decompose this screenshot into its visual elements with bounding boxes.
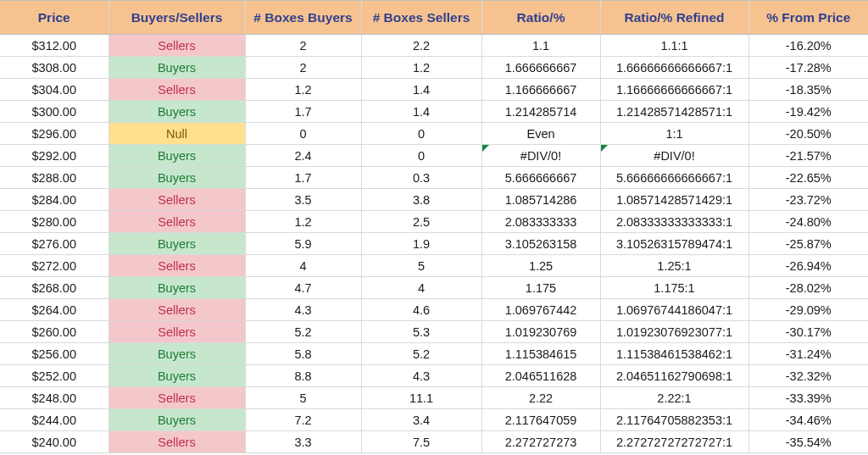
cell-price[interactable]: $304.00 — [0, 79, 108, 101]
cell-pct-from-price[interactable]: -19.42% — [748, 101, 868, 123]
cell-pct-from-price[interactable]: -24.80% — [748, 211, 868, 233]
cell-ratio-refined[interactable]: 1:1 — [600, 123, 748, 145]
cell-ratio[interactable]: 1.666666667 — [481, 57, 600, 79]
cell-pct-from-price[interactable]: -26.94% — [748, 255, 868, 277]
cell-boxes-buyers[interactable]: 1.7 — [245, 167, 361, 189]
cell-ratio-refined[interactable]: 1.1:1 — [600, 35, 748, 57]
cell-ratio-refined[interactable]: 1.21428571428571:1 — [600, 101, 748, 123]
cell-boxes-sellers[interactable]: 1.4 — [361, 101, 481, 123]
cell-price[interactable]: $300.00 — [0, 101, 108, 123]
cell-ratio[interactable]: 1.214285714 — [481, 101, 600, 123]
cell-ratio[interactable]: 1.085714286 — [481, 189, 600, 211]
cell-ratio[interactable]: 1.1 — [481, 35, 600, 57]
cell-boxes-buyers[interactable]: 5.2 — [245, 321, 361, 343]
cell-pct-from-price[interactable]: -29.09% — [748, 299, 868, 321]
cell-pct-from-price[interactable]: -31.24% — [748, 343, 868, 365]
cell-buyers-sellers[interactable]: Buyers — [108, 233, 245, 255]
cell-ratio-refined[interactable]: #DIV/0! — [600, 145, 748, 167]
cell-ratio[interactable]: 1.115384615 — [481, 343, 600, 365]
col-pct-from-price[interactable]: % From Price — [748, 1, 868, 35]
cell-boxes-sellers[interactable]: 5.3 — [361, 321, 481, 343]
cell-boxes-sellers[interactable]: 4 — [361, 277, 481, 299]
cell-ratio[interactable]: 1.175 — [481, 277, 600, 299]
cell-price[interactable]: $248.00 — [0, 387, 108, 409]
cell-buyers-sellers[interactable]: Sellers — [108, 255, 245, 277]
cell-price[interactable]: $256.00 — [0, 343, 108, 365]
cell-ratio-refined[interactable]: 2.22:1 — [600, 387, 748, 409]
cell-ratio-refined[interactable]: 2.27272727272727:1 — [600, 431, 748, 453]
cell-buyers-sellers[interactable]: Buyers — [108, 365, 245, 387]
cell-price[interactable]: $284.00 — [0, 189, 108, 211]
cell-boxes-buyers[interactable]: 5.8 — [245, 343, 361, 365]
cell-price[interactable]: $244.00 — [0, 409, 108, 431]
cell-boxes-sellers[interactable]: 0 — [361, 145, 481, 167]
cell-price[interactable]: $296.00 — [0, 123, 108, 145]
cell-boxes-buyers[interactable]: 1.2 — [245, 211, 361, 233]
cell-boxes-sellers[interactable]: 0.3 — [361, 167, 481, 189]
col-boxes-buyers[interactable]: # Boxes Buyers — [245, 1, 361, 35]
cell-ratio[interactable]: 2.083333333 — [481, 211, 600, 233]
cell-ratio-refined[interactable]: 2.11764705882353:1 — [600, 409, 748, 431]
cell-pct-from-price[interactable]: -34.46% — [748, 409, 868, 431]
cell-boxes-buyers[interactable]: 2.4 — [245, 145, 361, 167]
cell-buyers-sellers[interactable]: Sellers — [108, 299, 245, 321]
col-ratio[interactable]: Ratio/% — [481, 1, 600, 35]
cell-boxes-buyers[interactable]: 4.3 — [245, 299, 361, 321]
cell-boxes-sellers[interactable]: 2.5 — [361, 211, 481, 233]
cell-buyers-sellers[interactable]: Buyers — [108, 343, 245, 365]
cell-pct-from-price[interactable]: -16.20% — [748, 35, 868, 57]
cell-ratio-refined[interactable]: 3.10526315789474:1 — [600, 233, 748, 255]
cell-boxes-buyers[interactable]: 8.8 — [245, 365, 361, 387]
cell-boxes-buyers[interactable]: 7.2 — [245, 409, 361, 431]
cell-ratio[interactable]: 2.046511628 — [481, 365, 600, 387]
col-price[interactable]: Price — [0, 1, 108, 35]
cell-buyers-sellers[interactable]: Sellers — [108, 211, 245, 233]
cell-price[interactable]: $276.00 — [0, 233, 108, 255]
cell-ratio-refined[interactable]: 1.25:1 — [600, 255, 748, 277]
cell-boxes-sellers[interactable]: 1.2 — [361, 57, 481, 79]
cell-price[interactable]: $268.00 — [0, 277, 108, 299]
cell-buyers-sellers[interactable]: Buyers — [108, 167, 245, 189]
cell-boxes-buyers[interactable]: 0 — [245, 123, 361, 145]
cell-ratio[interactable]: Even — [481, 123, 600, 145]
cell-boxes-sellers[interactable]: 1.4 — [361, 79, 481, 101]
cell-ratio-refined[interactable]: 2.04651162790698:1 — [600, 365, 748, 387]
cell-ratio[interactable]: 1.069767442 — [481, 299, 600, 321]
cell-ratio[interactable]: 1.25 — [481, 255, 600, 277]
cell-buyers-sellers[interactable]: Buyers — [108, 57, 245, 79]
cell-buyers-sellers[interactable]: Buyers — [108, 277, 245, 299]
cell-boxes-sellers[interactable]: 4.6 — [361, 299, 481, 321]
cell-boxes-sellers[interactable]: 11.1 — [361, 387, 481, 409]
cell-pct-from-price[interactable]: -22.65% — [748, 167, 868, 189]
cell-buyers-sellers[interactable]: Sellers — [108, 431, 245, 453]
cell-pct-from-price[interactable]: -18.35% — [748, 79, 868, 101]
cell-boxes-sellers[interactable]: 0 — [361, 123, 481, 145]
cell-boxes-buyers[interactable]: 2 — [245, 57, 361, 79]
cell-pct-from-price[interactable]: -35.54% — [748, 431, 868, 453]
cell-boxes-sellers[interactable]: 5.2 — [361, 343, 481, 365]
cell-price[interactable]: $292.00 — [0, 145, 108, 167]
cell-buyers-sellers[interactable]: Sellers — [108, 35, 245, 57]
cell-ratio-refined[interactable]: 1.08571428571429:1 — [600, 189, 748, 211]
col-buyers-sellers[interactable]: Buyers/Sellers — [108, 1, 245, 35]
cell-boxes-buyers[interactable]: 2 — [245, 35, 361, 57]
cell-ratio-refined[interactable]: 1.11538461538462:1 — [600, 343, 748, 365]
cell-buyers-sellers[interactable]: Sellers — [108, 321, 245, 343]
col-ratio-refined[interactable]: Ratio/% Refined — [600, 1, 748, 35]
cell-pct-from-price[interactable]: -17.28% — [748, 57, 868, 79]
cell-boxes-sellers[interactable]: 3.4 — [361, 409, 481, 431]
cell-ratio-refined[interactable]: 1.66666666666667:1 — [600, 57, 748, 79]
cell-ratio[interactable]: #DIV/0! — [481, 145, 600, 167]
cell-boxes-sellers[interactable]: 3.8 — [361, 189, 481, 211]
cell-buyers-sellers[interactable]: Sellers — [108, 79, 245, 101]
cell-ratio[interactable]: 5.666666667 — [481, 167, 600, 189]
cell-buyers-sellers[interactable]: Buyers — [108, 101, 245, 123]
cell-boxes-buyers[interactable]: 1.2 — [245, 79, 361, 101]
cell-pct-from-price[interactable]: -21.57% — [748, 145, 868, 167]
cell-boxes-sellers[interactable]: 1.9 — [361, 233, 481, 255]
cell-pct-from-price[interactable]: -23.72% — [748, 189, 868, 211]
cell-ratio[interactable]: 3.105263158 — [481, 233, 600, 255]
cell-boxes-sellers[interactable]: 4.3 — [361, 365, 481, 387]
cell-ratio[interactable]: 2.117647059 — [481, 409, 600, 431]
cell-price[interactable]: $312.00 — [0, 35, 108, 57]
